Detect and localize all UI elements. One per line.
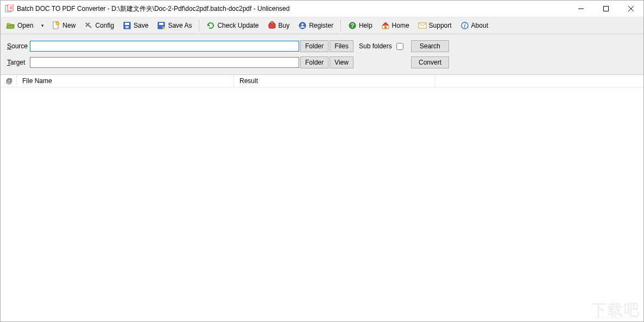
target-row: Target Folder View Convert (7, 56, 637, 69)
svg-rect-16 (384, 26, 387, 29)
refresh-icon (206, 21, 215, 30)
titlebar: Batch DOC TO PDF Converter - D:\新建文件夹\Do… (1, 1, 643, 17)
new-label: New (62, 22, 75, 29)
target-folder-button[interactable]: Folder (300, 56, 329, 68)
svg-text:i: i (464, 23, 465, 29)
about-label: About (471, 22, 488, 29)
convert-button[interactable]: Convert (411, 56, 449, 68)
app-window: Batch DOC TO PDF Converter - D:\新建文件夹\Do… (0, 0, 644, 322)
svg-rect-10 (159, 23, 163, 25)
register-label: Register (309, 22, 333, 29)
register-icon (298, 21, 307, 30)
buy-button[interactable]: Buy (264, 18, 294, 33)
new-button[interactable]: New (48, 18, 79, 33)
about-button[interactable]: i About (457, 18, 492, 33)
search-button[interactable]: Search (411, 40, 449, 52)
close-button[interactable] (618, 1, 643, 17)
help-icon: ? (348, 21, 357, 30)
help-label: Help (359, 22, 372, 29)
source-folder-button[interactable]: Folder (300, 40, 329, 52)
check-update-label: Check Update (217, 22, 258, 29)
open-button[interactable]: Open (3, 18, 37, 33)
svg-point-13 (301, 23, 304, 26)
home-label: Home (392, 22, 409, 29)
source-label: Source (7, 42, 30, 50)
check-update-button[interactable]: Check Update (203, 18, 262, 33)
config-label: Config (95, 22, 114, 29)
svg-rect-2 (604, 7, 609, 11)
config-icon (84, 21, 93, 30)
list-body[interactable]: 下载吧 www.xiazaiba.com (1, 87, 643, 321)
column-file-name[interactable]: File Name (17, 75, 234, 87)
list-header: @ File Name Result (1, 75, 643, 87)
form-area: Source Folder Files Sub folders Search T… (1, 34, 643, 75)
info-icon: i (460, 21, 469, 30)
watermark: 下载吧 (591, 300, 640, 320)
window-controls (569, 1, 643, 17)
save-as-label: Save As (168, 22, 192, 29)
new-file-icon (52, 21, 60, 30)
home-icon (381, 21, 390, 30)
source-row: Source Folder Files Sub folders Search (7, 40, 637, 53)
save-label: Save (134, 22, 148, 29)
column-result[interactable]: Result (234, 75, 435, 87)
config-button[interactable]: Config (80, 18, 118, 33)
home-button[interactable]: Home (377, 18, 413, 33)
subfolders-label: Sub folders (359, 42, 392, 50)
target-view-button[interactable]: View (330, 56, 353, 68)
target-input[interactable] (30, 57, 299, 68)
open-label: Open (17, 22, 33, 29)
chevron-down-icon: ▾ (40, 23, 45, 28)
svg-rect-7 (125, 23, 129, 25)
open-dropdown[interactable]: ▾ (38, 18, 47, 33)
save-as-icon (157, 21, 166, 30)
maximize-icon (603, 6, 609, 11)
cart-icon (268, 21, 276, 30)
support-label: Support (429, 22, 452, 29)
save-as-button[interactable]: Save As (153, 18, 195, 33)
subfolders-group: Sub folders (359, 42, 403, 50)
minimize-button[interactable] (569, 1, 594, 17)
toolbar-separator (340, 20, 341, 31)
svg-rect-11 (269, 23, 275, 28)
watermark-url: www.xiazaiba.com (594, 314, 638, 320)
svg-point-4 (56, 22, 59, 25)
support-button[interactable]: Support (414, 18, 456, 33)
folder-open-icon (7, 21, 15, 30)
window-title: Batch DOC TO PDF Converter - D:\新建文件夹\Do… (17, 4, 569, 14)
minimize-icon (578, 6, 584, 11)
subfolders-checkbox[interactable] (396, 43, 403, 50)
app-icon (5, 4, 14, 13)
source-files-button[interactable]: Files (330, 40, 353, 52)
register-button[interactable]: Register (294, 18, 337, 33)
maximize-button[interactable] (594, 1, 618, 17)
column-at[interactable]: @ (1, 75, 17, 87)
svg-rect-8 (125, 26, 129, 28)
toolbar-separator (199, 20, 199, 31)
mail-icon (418, 21, 427, 30)
svg-text:?: ? (351, 23, 354, 29)
save-icon (123, 21, 131, 30)
buy-label: Buy (279, 22, 290, 29)
column-spacer (435, 75, 643, 87)
close-icon (628, 6, 634, 11)
help-button[interactable]: ? Help (344, 18, 376, 33)
save-button[interactable]: Save (119, 18, 152, 33)
source-input[interactable] (30, 41, 299, 52)
target-label: Target (7, 59, 30, 66)
toolbar: Open ▾ New Config Save S (1, 17, 643, 34)
